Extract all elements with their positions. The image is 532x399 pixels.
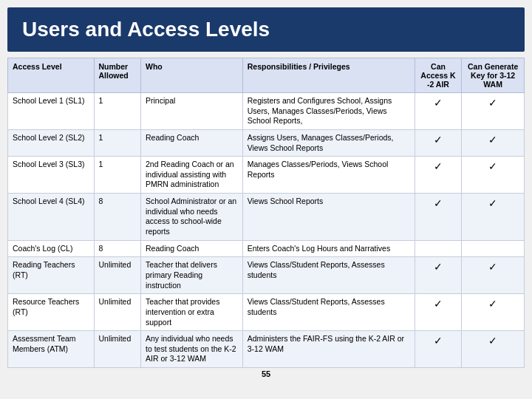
cell-responsibilities: Manages Classes/Periods, Views School Re…: [242, 157, 415, 194]
cell-access-level: School Level 1 (SL1): [8, 93, 95, 130]
cell-who: Teacher that delivers primary Reading in…: [141, 257, 243, 294]
cell-access-level: Coach's Log (CL): [8, 240, 95, 257]
header-number-allowed: Number Allowed: [94, 58, 141, 93]
cell-number: Unlimited: [94, 294, 141, 331]
cell-responsibilities: Views Class/Student Reports, Assesses st…: [242, 257, 415, 294]
cell-who: Teacher that provides intervention or ex…: [141, 294, 243, 331]
cell-number: 1: [94, 157, 141, 194]
page-number: 55: [7, 368, 525, 380]
table-row: Resource Teachers (RT)UnlimitedTeacher t…: [8, 294, 525, 331]
cell-access-level: Assessment Team Members (ATM): [8, 331, 95, 368]
cell-responsibilities: Administers the FAIR-FS using the K-2 AI…: [242, 331, 415, 368]
cell-can-generate: ✓: [462, 194, 525, 241]
cell-number: Unlimited: [94, 331, 141, 368]
cell-who: Any individual who needs to test student…: [141, 331, 243, 368]
page-title: Users and Access Levels: [7, 7, 525, 52]
cell-can-generate: ✓: [462, 331, 525, 368]
cell-number: 8: [94, 240, 141, 257]
cell-number: 1: [94, 93, 141, 130]
cell-who: 2nd Reading Coach or an individual assis…: [141, 157, 243, 194]
outer-container: Users and Access Levels Access Level Num…: [0, 0, 532, 399]
cell-number: 8: [94, 194, 141, 241]
table-row: School Level 2 (SL2)1Reading CoachAssign…: [8, 129, 525, 156]
table-row: Coach's Log (CL)8Reading CoachEnters Coa…: [8, 240, 525, 257]
header-can-generate: Can Generate Key for 3-12 WAM: [462, 58, 525, 93]
cell-access-level: School Level 2 (SL2): [8, 129, 95, 156]
cell-can-generate: ✓: [462, 257, 525, 294]
table-row: Reading Teachers (RT)UnlimitedTeacher th…: [8, 257, 525, 294]
table-row: Assessment Team Members (ATM)UnlimitedAn…: [8, 331, 525, 368]
table-row: School Level 1 (SL1)1PrincipalRegisters …: [8, 93, 525, 130]
cell-responsibilities: Views Class/Student Reports, Assesses st…: [242, 294, 415, 331]
cell-access-level: Reading Teachers (RT): [8, 257, 95, 294]
cell-who: Principal: [141, 93, 243, 130]
cell-responsibilities: Enters Coach's Log Hours and Narratives: [242, 240, 415, 257]
header-access-level: Access Level: [8, 58, 95, 93]
table-header-row: Access Level Number Allowed Who Responsi…: [8, 58, 525, 93]
table-row: School Level 4 (SL4)8School Administrato…: [8, 194, 525, 241]
cell-can-generate: ✓: [462, 93, 525, 130]
cell-can-generate: [462, 240, 525, 257]
cell-access-level: Resource Teachers (RT): [8, 294, 95, 331]
cell-can-access: ✓: [415, 294, 462, 331]
cell-can-generate: ✓: [462, 157, 525, 194]
cell-number: 1: [94, 129, 141, 156]
cell-who: School Administrator or an individual wh…: [141, 194, 243, 241]
cell-can-access: [415, 240, 462, 257]
cell-can-generate: ✓: [462, 129, 525, 156]
cell-can-access: ✓: [415, 257, 462, 294]
cell-can-access: ✓: [415, 194, 462, 241]
header-who: Who: [141, 58, 243, 93]
header-can-access: Can Access K -2 AIR: [415, 58, 462, 93]
cell-can-access: ✓: [415, 331, 462, 368]
cell-can-generate: ✓: [462, 294, 525, 331]
access-levels-table: Access Level Number Allowed Who Responsi…: [7, 58, 525, 368]
cell-responsibilities: Views School Reports: [242, 194, 415, 241]
cell-responsibilities: Assigns Users, Manages Classes/Periods, …: [242, 129, 415, 156]
cell-access-level: School Level 3 (SL3): [8, 157, 95, 194]
table-container: Access Level Number Allowed Who Responsi…: [7, 58, 525, 392]
cell-responsibilities: Registers and Configures School, Assigns…: [242, 93, 415, 130]
header-responsibilities: Responsibilities / Privileges: [242, 58, 415, 93]
cell-who: Reading Coach: [141, 129, 243, 156]
cell-access-level: School Level 4 (SL4): [8, 194, 95, 241]
cell-can-access: ✓: [415, 157, 462, 194]
cell-number: Unlimited: [94, 257, 141, 294]
cell-who: Reading Coach: [141, 240, 243, 257]
cell-can-access: ✓: [415, 129, 462, 156]
table-row: School Level 3 (SL3)12nd Reading Coach o…: [8, 157, 525, 194]
cell-can-access: ✓: [415, 93, 462, 130]
